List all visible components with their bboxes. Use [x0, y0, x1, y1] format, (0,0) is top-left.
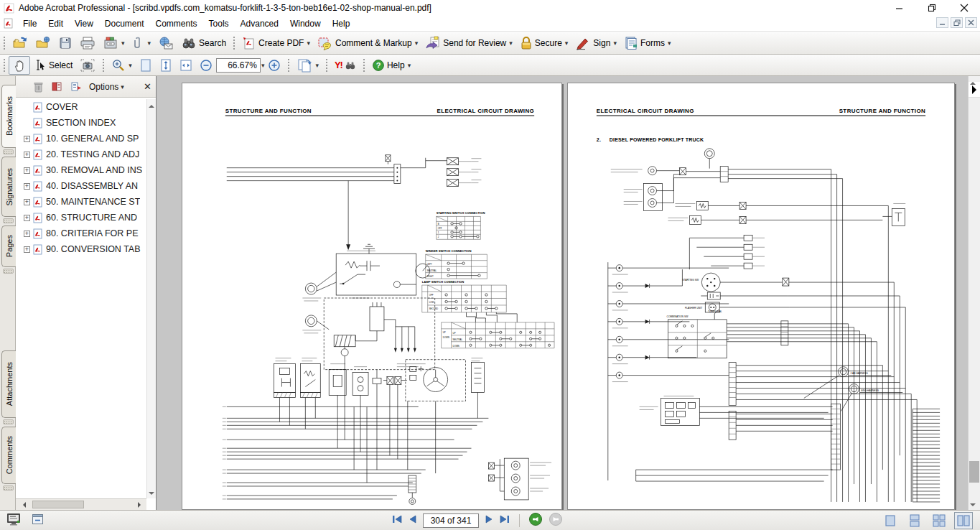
snapshot-tool-button[interactable] [76, 56, 99, 75]
help-button[interactable]: ?Help▾ [368, 56, 414, 75]
bookmarks-horizontal-scrollbar[interactable] [16, 498, 146, 510]
scroll-left-icon[interactable] [20, 502, 26, 508]
toolbar-grip[interactable] [101, 57, 106, 73]
menu-document[interactable]: Document [99, 17, 150, 30]
page-indicator-field[interactable]: 304 of 341 [423, 513, 479, 528]
next-page-button[interactable] [485, 514, 493, 526]
expand-plus-box[interactable]: + [24, 231, 30, 237]
email-button[interactable] [154, 34, 177, 52]
scrollbar-thumb[interactable] [32, 501, 84, 508]
scroll-down-icon[interactable] [970, 503, 976, 509]
bookmark-item[interactable]: +30. REMOVAL AND INS [16, 162, 146, 178]
toolbar-grip[interactable] [232, 35, 236, 51]
previous-view-button[interactable] [528, 512, 543, 529]
bookmark-item[interactable]: +90. CONVERSION TAB [16, 241, 146, 257]
previous-page-button[interactable] [409, 514, 417, 526]
screen-mode-icon[interactable] [6, 512, 22, 529]
open-button[interactable] [9, 34, 32, 52]
bookmarks-options-button[interactable]: Options▾ [89, 82, 124, 92]
yahoo-search-button[interactable]: Y! [331, 56, 360, 75]
scrollbar-thumb[interactable] [969, 461, 979, 483]
select-tool-button[interactable]: Select [30, 56, 76, 75]
close-panel-button[interactable]: ✕ [144, 81, 151, 92]
new-bookmark-button[interactable] [70, 81, 82, 92]
bookmark-item[interactable]: +80. CRITERIA FOR PE [16, 226, 146, 241]
menu-help[interactable]: Help [327, 17, 356, 30]
doc-close-button[interactable] [965, 17, 977, 28]
sign-button[interactable]: Sign▾ [571, 34, 620, 52]
next-view-button[interactable] [549, 512, 563, 529]
pdf-page-right[interactable]: ELECTRICAL CIRCUIT DRAWING STRUCTURE AND… [567, 83, 955, 510]
bookmark-item[interactable]: +50. MAINTENANCE ST [16, 194, 146, 210]
bookmark-item[interactable]: +10. GENERAL AND SP [16, 131, 146, 147]
menu-view[interactable]: View [69, 17, 99, 30]
doc-restore-button[interactable] [951, 17, 963, 28]
attach-button[interactable]: ▾ [129, 34, 155, 52]
tab-comments[interactable]: Comments [1, 427, 16, 484]
expand-plus-box[interactable]: + [24, 199, 30, 205]
zoom-in-button[interactable] [264, 56, 284, 75]
forms-button[interactable]: Forms▾ [620, 34, 675, 52]
page-display-button[interactable]: ▾ [293, 56, 322, 75]
expand-plus-box[interactable]: + [24, 152, 30, 158]
zoom-tool-button[interactable]: ▾ [108, 56, 136, 75]
fit-width-button[interactable] [176, 56, 196, 75]
scroll-up-icon[interactable] [970, 79, 976, 85]
bookmark-item[interactable]: COVER [16, 99, 146, 115]
close-button[interactable] [948, 0, 980, 16]
pdf-page-left[interactable]: STRUCTURE AND FUNCTION ELECTRICAL CIRCUI… [182, 83, 562, 510]
delete-bookmark-button[interactable] [33, 81, 44, 93]
toolbar-grip[interactable] [2, 35, 6, 51]
zoom-out-button[interactable] [196, 56, 216, 75]
actual-size-button[interactable] [136, 56, 156, 75]
menu-file[interactable]: File [17, 17, 42, 30]
restore-button[interactable] [915, 0, 948, 16]
menu-tools[interactable]: Tools [203, 17, 235, 30]
single-page-view-button[interactable] [881, 512, 900, 529]
first-page-button[interactable] [391, 514, 403, 526]
search-button[interactable]: Search [177, 34, 230, 52]
continuous-facing-view-button[interactable] [930, 512, 948, 529]
bookmark-item[interactable]: +20. TESTING AND ADJ [16, 147, 146, 162]
toolbar-grip[interactable] [2, 57, 6, 73]
menu-comments[interactable]: Comments [150, 17, 203, 30]
scroll-up-icon[interactable] [149, 102, 154, 108]
bookmarks-vertical-scrollbar[interactable] [146, 99, 156, 498]
organizer-button[interactable]: ▾ [99, 34, 129, 52]
continuous-view-button[interactable] [905, 512, 924, 529]
zoom-level-combo[interactable]: 66.67% [216, 58, 261, 73]
expand-plus-box[interactable]: + [24, 183, 30, 190]
toolbar-grip[interactable] [286, 57, 291, 73]
tab-attachments[interactable]: Attachments [1, 350, 16, 418]
last-page-button[interactable] [499, 514, 510, 526]
save-button[interactable] [55, 34, 76, 52]
expand-plus-box[interactable]: + [24, 167, 30, 174]
secure-button[interactable]: Secure▾ [516, 34, 572, 52]
document-vertical-scrollbar[interactable] [968, 76, 980, 510]
bookmark-item[interactable]: +40. DISASSEMBLY AN [16, 178, 146, 194]
expand-plus-box[interactable]: + [24, 136, 30, 142]
fit-page-button[interactable] [156, 56, 176, 75]
tab-signatures[interactable]: Signatures [1, 157, 16, 217]
window-size-icon[interactable] [32, 513, 44, 527]
expand-bookmark-button[interactable] [51, 81, 63, 92]
expand-plus-box[interactable]: + [24, 215, 30, 221]
menu-window[interactable]: Window [284, 17, 327, 30]
bookmark-item[interactable]: SECTION INDEX [16, 115, 146, 131]
doc-minimize-button[interactable] [936, 17, 948, 28]
toolbar-grip[interactable] [325, 57, 329, 73]
toolbar-grip[interactable] [362, 57, 366, 73]
tab-bookmarks[interactable]: Bookmarks [1, 85, 16, 148]
menu-advanced[interactable]: Advanced [235, 17, 284, 30]
send-for-review-button[interactable]: Send for Review▾ [421, 34, 516, 52]
expand-plus-box[interactable]: + [24, 246, 30, 253]
scroll-down-icon[interactable] [149, 492, 154, 498]
create-pdf-button[interactable]: Create PDF▾ [238, 34, 314, 52]
scroll-right-icon[interactable] [138, 502, 144, 508]
menu-edit[interactable]: Edit [42, 17, 69, 30]
open-organizer-button[interactable] [32, 34, 55, 52]
facing-view-button[interactable] [954, 512, 973, 529]
hand-tool-button[interactable] [9, 56, 30, 75]
tab-pages[interactable]: Pages [1, 226, 16, 267]
minimize-button[interactable] [883, 0, 915, 16]
